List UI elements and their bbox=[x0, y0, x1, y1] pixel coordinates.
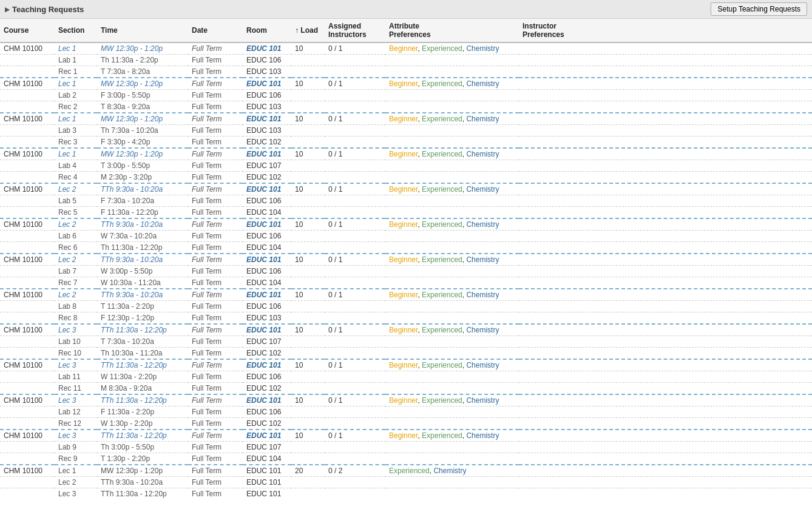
section-cell: Rec 6 bbox=[55, 242, 97, 254]
course-cell[interactable] bbox=[0, 348, 55, 360]
time-cell: Th 11:30a - 2:20p bbox=[97, 55, 188, 66]
date-cell: Full Term bbox=[188, 371, 243, 383]
room-cell: EDUC 102 bbox=[243, 418, 291, 430]
time-cell: W 10:30a - 11:20a bbox=[97, 277, 188, 289]
course-cell[interactable] bbox=[0, 453, 55, 465]
section-cell: Lab 6 bbox=[55, 231, 97, 242]
course-cell[interactable]: CHM 10100 bbox=[0, 465, 55, 477]
course-cell[interactable]: CHM 10100 bbox=[0, 254, 55, 266]
instructor-preferences-cell bbox=[519, 242, 812, 254]
attr-tag: Beginner bbox=[389, 361, 418, 369]
setup-teaching-requests-button[interactable]: Setup Teaching Requests bbox=[711, 2, 807, 16]
attribute-preferences-cell: Beginner, Experienced, Chemistry bbox=[385, 113, 519, 125]
course-cell[interactable]: CHM 10100 bbox=[0, 218, 55, 231]
instructor-preferences-cell bbox=[519, 55, 812, 66]
attr-tag: Experienced bbox=[422, 44, 462, 53]
course-cell[interactable]: CHM 10100 bbox=[0, 430, 55, 442]
room-cell: EDUC 101 bbox=[243, 183, 291, 195]
course-cell[interactable] bbox=[0, 137, 55, 149]
table-row: Lab 5F 7:30a - 10:20aFull TermEDUC 106 bbox=[0, 195, 812, 207]
course-cell[interactable]: CHM 10100 bbox=[0, 148, 55, 160]
date-cell: Full Term bbox=[188, 90, 243, 101]
course-cell[interactable] bbox=[0, 207, 55, 219]
time-cell: F 3:00p - 5:50p bbox=[97, 90, 188, 101]
col-section[interactable]: Section bbox=[55, 19, 97, 42]
time-cell: T 1:30p - 2:20p bbox=[97, 453, 188, 465]
assigned-cell: 0 / 1 bbox=[325, 183, 385, 195]
load-cell: 10 bbox=[291, 359, 325, 371]
course-cell[interactable] bbox=[0, 101, 55, 113]
col-instrpref[interactable]: InstructorPreferences bbox=[519, 19, 812, 42]
assigned-cell bbox=[325, 137, 385, 149]
date-cell: Full Term bbox=[188, 289, 243, 301]
course-cell[interactable] bbox=[0, 488, 55, 500]
assigned-cell bbox=[325, 172, 385, 184]
course-cell[interactable] bbox=[0, 477, 55, 488]
course-cell[interactable]: CHM 10100 bbox=[0, 324, 55, 336]
time-cell: T 3:00p - 5:50p bbox=[97, 160, 188, 172]
assigned-cell: 0 / 1 bbox=[325, 78, 385, 90]
col-date[interactable]: Date bbox=[188, 19, 243, 42]
col-assigned[interactable]: AssignedInstructors bbox=[325, 19, 385, 42]
course-cell[interactable] bbox=[0, 371, 55, 383]
course-cell[interactable] bbox=[0, 195, 55, 207]
assigned-cell bbox=[325, 348, 385, 360]
room-cell: EDUC 101 bbox=[243, 113, 291, 125]
course-cell[interactable] bbox=[0, 442, 55, 453]
load-cell: 20 bbox=[291, 465, 325, 477]
course-cell[interactable]: CHM 10100 bbox=[0, 78, 55, 90]
course-cell[interactable]: CHM 10100 bbox=[0, 42, 55, 55]
course-cell[interactable] bbox=[0, 160, 55, 172]
course-cell[interactable] bbox=[0, 277, 55, 289]
course-cell[interactable] bbox=[0, 383, 55, 395]
course-cell[interactable] bbox=[0, 406, 55, 418]
course-cell[interactable]: CHM 10100 bbox=[0, 394, 55, 406]
course-cell[interactable]: CHM 10100 bbox=[0, 113, 55, 125]
room-cell: EDUC 107 bbox=[243, 160, 291, 172]
room-cell: EDUC 102 bbox=[243, 383, 291, 395]
room-cell: EDUC 101 bbox=[243, 148, 291, 160]
instructor-preferences-cell bbox=[519, 66, 812, 78]
course-cell[interactable] bbox=[0, 418, 55, 430]
course-cell[interactable] bbox=[0, 231, 55, 242]
attr-tag: Beginner bbox=[389, 291, 418, 299]
room-cell: EDUC 106 bbox=[243, 406, 291, 418]
collapse-icon[interactable]: ▶ bbox=[5, 6, 10, 13]
attribute-preferences-cell bbox=[385, 195, 519, 207]
attribute-preferences-cell bbox=[385, 406, 519, 418]
col-course[interactable]: Course bbox=[0, 19, 55, 42]
course-cell[interactable] bbox=[0, 242, 55, 254]
section-cell: Lec 2 bbox=[55, 289, 97, 301]
col-room[interactable]: Room bbox=[243, 19, 291, 42]
section-cell: Rec 11 bbox=[55, 383, 97, 395]
instructor-preferences-cell bbox=[519, 348, 812, 360]
load-cell bbox=[291, 277, 325, 289]
course-cell[interactable] bbox=[0, 125, 55, 137]
course-cell[interactable] bbox=[0, 172, 55, 184]
assigned-cell: 0 / 1 bbox=[325, 324, 385, 336]
course-cell[interactable]: CHM 10100 bbox=[0, 359, 55, 371]
course-cell[interactable] bbox=[0, 266, 55, 277]
table-row: CHM 10100Lec 2TTh 9:30a - 10:20aFull Ter… bbox=[0, 254, 812, 266]
course-cell[interactable] bbox=[0, 55, 55, 66]
assigned-cell bbox=[325, 242, 385, 254]
table-row: CHM 10100Lec 1MW 12:30p - 1:20pFull Term… bbox=[0, 113, 812, 125]
course-cell[interactable] bbox=[0, 336, 55, 348]
load-cell bbox=[291, 442, 325, 453]
col-load[interactable]: ↑ Load bbox=[291, 19, 325, 42]
assigned-cell bbox=[325, 418, 385, 430]
course-cell[interactable]: CHM 10100 bbox=[0, 289, 55, 301]
attribute-preferences-cell bbox=[385, 160, 519, 172]
time-cell: F 12:30p - 1:20p bbox=[97, 312, 188, 325]
course-cell[interactable] bbox=[0, 90, 55, 101]
course-cell[interactable]: CHM 10100 bbox=[0, 183, 55, 195]
course-cell[interactable] bbox=[0, 312, 55, 325]
col-time[interactable]: Time bbox=[97, 19, 188, 42]
course-cell[interactable] bbox=[0, 66, 55, 78]
attribute-preferences-cell bbox=[385, 242, 519, 254]
course-cell[interactable] bbox=[0, 301, 55, 312]
time-cell: T 11:30a - 2:20p bbox=[97, 301, 188, 312]
date-cell: Full Term bbox=[188, 101, 243, 113]
col-attrpref[interactable]: AttributePreferences bbox=[385, 19, 519, 42]
assigned-cell bbox=[325, 336, 385, 348]
